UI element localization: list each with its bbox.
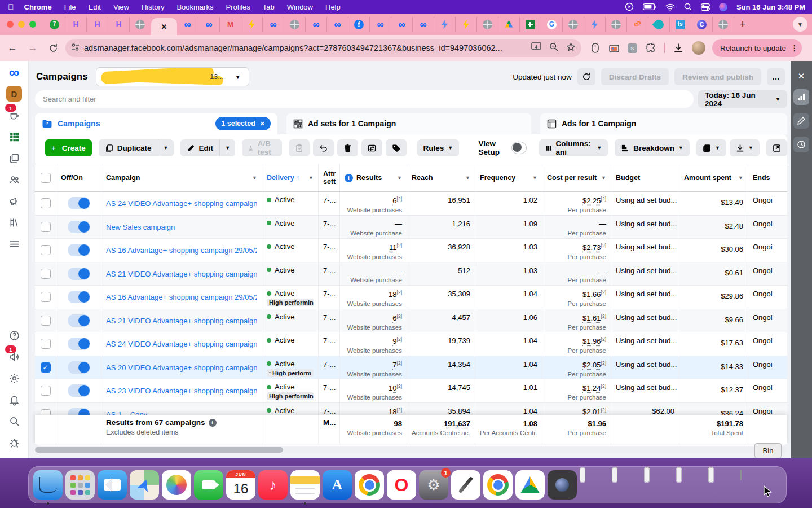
menu-item-history[interactable]: History	[142, 3, 164, 11]
campaign-toggle[interactable]	[68, 197, 90, 209]
campaign-toggle[interactable]	[68, 361, 90, 374]
browser-tab-meta[interactable]: ∞	[198, 17, 220, 32]
site-info-icon[interactable]	[71, 43, 80, 54]
browser-tab-globe[interactable]	[713, 17, 734, 32]
view-setup-toggle[interactable]	[511, 142, 527, 154]
relaunch-to-update-button[interactable]: Relaunch to update ⋮	[712, 39, 802, 57]
duplicate-button[interactable]: Duplicate	[99, 139, 158, 156]
horizontal-scrollbar[interactable]	[35, 447, 787, 453]
dock-item-facetime[interactable]	[194, 470, 223, 500]
sidebar-item-help[interactable]	[4, 325, 24, 345]
dock-item-calendar[interactable]: JUN16	[226, 470, 255, 500]
dock-item-opera[interactable]: O	[387, 470, 416, 500]
close-window-button[interactable]	[7, 21, 14, 28]
campaign-name-link[interactable]: AS 20 VIDEO Advantage+ shopping campaign…	[106, 358, 257, 377]
clear-selection-icon[interactable]: ✕	[260, 120, 265, 128]
new-tab-button[interactable]: +	[734, 17, 751, 32]
dock-item-appstore[interactable]: A	[323, 470, 352, 500]
delete-button[interactable]	[337, 139, 358, 156]
menu-item-bookmarks[interactable]: Bookmarks	[176, 3, 213, 11]
menu-item-profiles[interactable]: Profiles	[226, 3, 250, 11]
dock-item-music[interactable]: ♪	[258, 470, 288, 500]
control-center-icon[interactable]	[701, 3, 710, 11]
dock-item-maps[interactable]	[130, 470, 159, 500]
browser-tab-google[interactable]: G	[541, 17, 563, 32]
browser-tab-hpurple[interactable]: H	[65, 17, 87, 32]
menu-item-view[interactable]: View	[113, 3, 129, 11]
browser-tab-globe[interactable]	[284, 17, 306, 32]
dock-item-settings[interactable]: ⚙1	[419, 470, 448, 500]
campaign-toggle[interactable]	[68, 314, 90, 327]
campaign-toggle[interactable]	[68, 291, 90, 303]
menu-item-chrome[interactable]: Chrome	[24, 3, 52, 11]
dock-item-window-20[interactable]	[676, 470, 705, 500]
zoom-window-button[interactable]	[29, 21, 36, 28]
campaign-toggle[interactable]	[68, 244, 90, 256]
campaign-name-link[interactable]: AS 23 VIDEO Advantage+ shopping campaign…	[106, 382, 257, 400]
spotlight-search-icon[interactable]	[684, 3, 692, 11]
column-header-frequency[interactable]: Frequency▼	[475, 164, 542, 191]
tag-button[interactable]	[386, 139, 407, 156]
browser-tab-cpurple[interactable]: C	[691, 17, 713, 32]
tab-ads[interactable]: Ads for 1 Campaign	[540, 113, 787, 134]
browser-tab-globe[interactable]	[477, 17, 498, 32]
column-header-spent[interactable]: Amount spent▼	[679, 164, 748, 191]
create-button[interactable]: + Create	[45, 139, 92, 156]
browser-tab-cpanel[interactable]: cP	[627, 17, 648, 32]
open-in-new-button[interactable]	[766, 139, 787, 156]
scrollbar-thumb[interactable]	[35, 447, 283, 453]
browser-tab-meta[interactable]: ∞	[306, 17, 327, 32]
tab-search-chevron[interactable]: ▼	[793, 17, 807, 32]
row-checkbox[interactable]	[41, 222, 51, 232]
browser-tab-meta[interactable]: ∞	[391, 17, 413, 32]
review-and-publish-button[interactable]: Review and publish	[674, 68, 761, 85]
browser-tab-sheets[interactable]	[520, 17, 541, 32]
transfer-rules-button[interactable]	[361, 139, 382, 156]
dock-item-darkapp[interactable]	[548, 470, 577, 500]
campaign-name-link[interactable]: AS 21 VIDEO Advantage+ shopping campaign…	[106, 312, 257, 330]
downloads-icon[interactable]	[673, 42, 684, 54]
menu-item-edit[interactable]: Edit	[89, 3, 101, 11]
column-header-reach[interactable]: Reach▼	[407, 164, 475, 191]
screen-mirroring-icon[interactable]	[625, 2, 634, 11]
campaign-name-link[interactable]: AS 16 Advantage+ shopping campaign 29/05…	[106, 288, 257, 306]
sidebar-item-search[interactable]	[4, 411, 24, 431]
browser-tab-ls[interactable]: Is	[670, 17, 691, 32]
siri-icon[interactable]	[719, 3, 727, 11]
column-header-campaign[interactable]: Campaign▼	[102, 164, 262, 191]
reports-button[interactable]: ▼	[696, 139, 726, 156]
sidebar-item-campaigns[interactable]	[4, 148, 24, 168]
dock-item-window-18[interactable]	[612, 470, 641, 500]
info-icon[interactable]: i	[345, 174, 353, 182]
row-checkbox[interactable]	[41, 292, 51, 302]
browser-tab-hpurple[interactable]: H	[108, 17, 130, 32]
campaign-name-link[interactable]: New Sales campaign	[106, 218, 257, 237]
sidebar-item-audiences[interactable]	[4, 169, 24, 190]
browser-tab-boltblue[interactable]	[434, 17, 456, 32]
browser-tab-globe[interactable]	[130, 17, 151, 32]
close-panel-icon[interactable]: ✕	[798, 71, 805, 81]
select-all-checkbox[interactable]	[41, 173, 51, 183]
browser-tab-boltblue[interactable]	[584, 17, 606, 32]
info-icon[interactable]: i	[209, 419, 217, 427]
campaign-toggle[interactable]	[68, 221, 90, 233]
campaign-toggle[interactable]	[68, 338, 90, 350]
minimize-window-button[interactable]	[18, 21, 25, 28]
meta-logo[interactable]: ∞	[4, 62, 24, 82]
browser-tab-facebook[interactable]: f	[348, 17, 370, 32]
install-app-icon[interactable]	[531, 42, 541, 54]
refresh-button[interactable]	[577, 68, 595, 85]
sidebar-item-advertise[interactable]	[4, 191, 24, 211]
browser-tab-globe[interactable]	[606, 17, 627, 32]
column-header-delivery[interactable]: Delivery ↑▼	[262, 164, 319, 191]
browser-tab-meta[interactable]: ∞	[370, 17, 391, 32]
browser-tab-drop[interactable]	[648, 17, 670, 32]
url-text[interactable]: adsmanager.facebook.com/adsmanager/manag…	[84, 43, 523, 52]
sidebar-item-announcements[interactable]: 1	[4, 347, 24, 367]
column-header-cost[interactable]: Cost per result▼	[542, 164, 611, 191]
pin-note-button[interactable]	[289, 139, 310, 156]
browser-tab-meta[interactable]: ∞	[177, 17, 198, 32]
row-checkbox[interactable]	[41, 198, 51, 208]
sidebar-item-settings[interactable]	[4, 368, 24, 388]
bookmark-star-icon[interactable]	[566, 42, 576, 54]
